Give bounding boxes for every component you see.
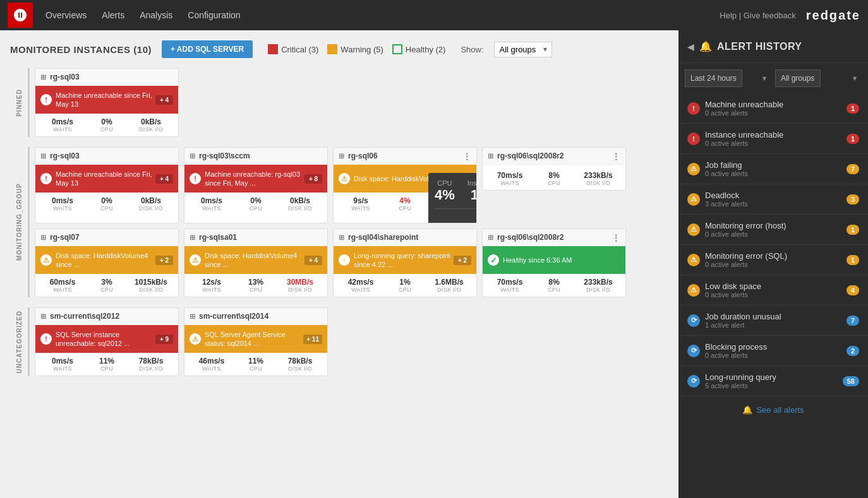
tooltip-cpu-label: CPU xyxy=(435,179,455,187)
metrics-row: 12s/s WAITS 13% CPU 30MB/s DISK I/O xyxy=(184,274,327,297)
metric-value: 0kB/s xyxy=(129,196,173,205)
metric-value: 30MB/s xyxy=(278,278,322,287)
instance-card[interactable]: ⊞ rg-sql06\sql2008r2 ⋮ ✓ Healthy since 6… xyxy=(482,228,626,297)
alert-badge: 1 xyxy=(847,225,859,235)
metric-disk: 0kB/s DISK I/O xyxy=(129,196,173,211)
sidebar-header: ◀ 🔔 ALERT HISTORY xyxy=(678,30,868,63)
nav-alerts[interactable]: Alerts xyxy=(102,10,124,20)
nav-analysis[interactable]: Analysis xyxy=(140,10,172,20)
metric-value: 0ms/s xyxy=(40,117,85,126)
alert-item-content: Blocking process 0 active alerts xyxy=(705,342,841,359)
alert-item-content: Long-running query 5 active alerts xyxy=(705,372,838,389)
metrics-row: 0ms/s WAITS 11% CPU 78kB/s DISK I/O xyxy=(35,353,178,376)
alert-item-job-duration[interactable]: ⟳ Job duration unusual 1 active alert 7 xyxy=(678,305,868,336)
dots-menu-icon[interactable]: ⋮ xyxy=(612,233,620,243)
add-server-button[interactable]: + ADD SQL SERVER xyxy=(162,40,253,58)
instance-card[interactable]: ⊞ rg-sql03 ! Machine unreachable since F… xyxy=(35,147,179,223)
warning-filter-box xyxy=(327,44,337,54)
instance-card-rg-sql06[interactable]: ⊞ rg-sql06 ⋮ ⚠ Disk space: HarddiskVolum… xyxy=(333,147,477,223)
metrics-row: 46ms/s WAITS 11% CPU 78kB/s DISK I/O xyxy=(184,353,327,376)
metric-value: 78kB/s xyxy=(129,357,173,365)
critical-filter[interactable]: Critical (3) xyxy=(268,44,318,54)
metric-value: 42ms/s xyxy=(339,278,383,287)
metric-cpu: 11% CPU xyxy=(85,357,129,372)
instance-card[interactable]: ⊞ sm-current\sql2012 ! SQL Server instan… xyxy=(35,307,179,376)
instance-card[interactable]: ⊞ rg-sqlsa01 ⚠ Disk space: HarddiskVolum… xyxy=(184,228,328,297)
brand-name: redgate xyxy=(806,8,860,23)
healthy-filter[interactable]: Healthy (2) xyxy=(392,44,446,54)
sidebar-filters: Last 24 hours Last 7 days Last 30 days ▾… xyxy=(678,63,868,93)
card-header: ⊞ rg-sql06\sql2008r2 ⋮ xyxy=(483,148,625,165)
alert-badge: 1 xyxy=(847,134,859,144)
metrics-row: 70ms/s WAITS 8% CPU 233kB/s DISK I/O xyxy=(483,274,625,297)
alert-icon: ⚠ xyxy=(339,173,350,184)
warning-filter[interactable]: Warning (5) xyxy=(327,44,383,54)
sidebar-collapse-button[interactable]: ◀ xyxy=(687,42,694,52)
time-filter-select[interactable]: Last 24 hours Last 7 days Last 30 days xyxy=(685,69,742,87)
metric-waits: 46ms/s WAITS xyxy=(190,357,234,372)
alert-icon: ! xyxy=(40,173,52,184)
metric-label: WAITS xyxy=(190,365,234,372)
metric-value: 60ms/s xyxy=(40,278,85,287)
metric-value: 13% xyxy=(234,278,278,287)
help-link[interactable]: Help | Give feedback xyxy=(720,11,795,20)
group-filter-select[interactable]: All groups xyxy=(775,69,821,87)
metric-value: 233kB/s xyxy=(576,171,620,180)
metric-waits: 70ms/s WAITS xyxy=(488,171,532,186)
instance-card[interactable]: ⊞ rg-sql03 ! Machine unreachable since F… xyxy=(35,68,179,137)
alert-item-blocking-process[interactable]: ⟳ Blocking process 0 active alerts 2 xyxy=(678,336,868,366)
alert-item-machine-unreachable[interactable]: ! Machine unreachable 0 active alerts 1 xyxy=(678,93,868,124)
card-header: ⊞ rg-sqlsa01 xyxy=(184,229,327,246)
nav-configuration[interactable]: Configuration xyxy=(188,10,240,20)
show-label: Show: xyxy=(461,45,483,54)
metric-value: 0ms/s xyxy=(40,196,85,205)
alert-item-long-running-query[interactable]: ⟳ Long-running query 5 active alerts 58 xyxy=(678,366,868,396)
alert-item-monitoring-error-host[interactable]: ⚠ Monitoring error (host) 0 active alert… xyxy=(678,215,868,245)
metric-label: WAITS xyxy=(488,287,532,293)
alert-banner: ! SQL Server instance unreachable: sql20… xyxy=(35,325,178,353)
healthy-filter-box xyxy=(392,44,402,54)
dots-menu[interactable]: ⋮ xyxy=(462,151,471,162)
metric-waits: 0ms/s WAITS xyxy=(40,357,85,372)
instance-card[interactable]: ⊞ sm-current\sql2014 ⚠ SQL Server Agent … xyxy=(184,307,328,376)
metric-cpu: 11% CPU xyxy=(234,357,278,372)
metric-label: CPU xyxy=(85,126,129,133)
alert-item-job-failing[interactable]: ⚠ Job failing 0 active alerts 7 xyxy=(678,154,868,184)
alert-item-title: Blocking process xyxy=(705,342,841,352)
metric-value: 11% xyxy=(234,357,278,365)
group-select[interactable]: All groups xyxy=(494,42,552,57)
see-all-alerts-button[interactable]: 🔔 See all alerts xyxy=(678,396,868,424)
metric-label: CPU xyxy=(85,287,129,293)
metric-disk: 78kB/s DISK I/O xyxy=(278,357,322,372)
blue-alert-icon: ⟳ xyxy=(687,345,700,357)
warning-alert-icon: ⚠ xyxy=(687,163,700,175)
nav-overviews[interactable]: Overviews xyxy=(45,10,87,20)
alert-item-subtitle: 3 active alerts xyxy=(705,200,841,208)
alert-icon: ! xyxy=(190,173,201,184)
alert-item-deadlock[interactable]: ⚠ Deadlock 3 active alerts 3 xyxy=(678,184,868,215)
instance-card[interactable]: ⊞ rg-sql03\sccm ! Machine unreachable: r… xyxy=(184,147,328,223)
metric-label: CPU xyxy=(85,205,129,211)
instance-card[interactable]: ⊞ rg-sql06\sql2008r2 ⋮ 70ms/s WAITS 8% C… xyxy=(482,147,626,191)
tooltip-instance: Instance 1% xyxy=(467,179,477,203)
instance-card[interactable]: ⊞ rg-sql07 ⚠ Disk space: HarddiskVolume4… xyxy=(35,228,179,297)
alert-item-monitoring-error-sql[interactable]: ⚠ Monitoring error (SQL) 0 active alerts… xyxy=(678,245,868,275)
alert-count: + 4 xyxy=(304,256,322,265)
metric-label: WAITS xyxy=(488,180,532,186)
alert-item-title: Job duration unusual xyxy=(705,312,841,321)
metric-value: 1% xyxy=(383,278,427,287)
tooltip-instance-value: 1% xyxy=(467,187,477,203)
instance-card[interactable]: ⊞ rg-sql04\sharepoint ↑ Long-running que… xyxy=(333,228,477,297)
alert-banner: ⚠ Disk space: HarddiskVolume4 since ... … xyxy=(184,246,327,274)
metric-waits: 0ms/s WAITS xyxy=(40,196,85,211)
alert-text: Disk space: HarddiskVolume4 since ... xyxy=(56,251,155,270)
blue-alert-icon: ⟳ xyxy=(687,375,700,388)
bell-icon-small: 🔔 xyxy=(742,405,752,415)
warning-alert-icon: ⚠ xyxy=(687,223,700,236)
pinned-label-col: PINNED xyxy=(10,68,28,137)
alert-item-subtitle: 0 active alerts xyxy=(705,139,841,147)
instance-name: sm-current\sql2012 xyxy=(50,312,119,321)
dots-menu[interactable]: ⋮ xyxy=(612,151,620,162)
alert-item-low-disk-space[interactable]: ⚠ Low disk space 0 active alerts 4 xyxy=(678,275,868,305)
alert-item-instance-unreachable[interactable]: ! Instance unreachable 0 active alerts 1 xyxy=(678,124,868,154)
